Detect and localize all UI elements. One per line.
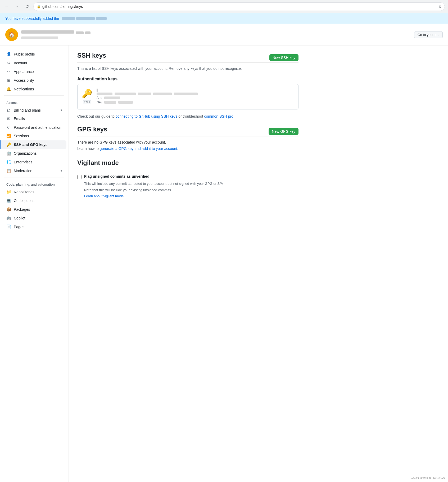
sidebar-pages[interactable]: 📄 Pages: [2, 223, 66, 231]
sidebar-item-label: Accessibility: [14, 78, 62, 82]
fp-part4: [153, 93, 172, 95]
sidebar-item-label: Emails: [14, 117, 62, 121]
sidebar-enterprises[interactable]: 🌐 Enterprises: [2, 158, 66, 166]
sidebar-emails[interactable]: ✉ Emails: [2, 114, 66, 123]
sidebar-item-label: Moderation: [14, 169, 58, 173]
main-layout: 👤 Public profile ⚙ Account ✏ Appearance …: [0, 45, 448, 482]
user-header: 🏠 Go to your p...: [0, 24, 448, 45]
ssh-help-text: Check out our guide to connecting to Git…: [77, 114, 298, 119]
gpg-empty-text: There are no GPG keys associated with yo…: [77, 140, 298, 144]
sidebar-repositories[interactable]: 📁 Repositories: [2, 188, 66, 196]
mail-icon: ✉: [6, 116, 11, 121]
flag-desc2: Note that this will include your existin…: [84, 187, 298, 193]
shield-icon: 🛡: [6, 125, 11, 130]
org-icon: 🏢: [6, 151, 11, 156]
chevron-down-icon: ▾: [61, 169, 62, 173]
sidebar-organizations[interactable]: 🏢 Organizations: [2, 149, 66, 158]
accessibility-icon: ⊞: [6, 78, 11, 83]
sidebar-item-label: Notifications: [14, 87, 62, 91]
access-section-label: Access: [0, 98, 69, 106]
key-details: Add Nev: [97, 89, 294, 105]
browser-chrome: ← → ↺ 🔒 github.com/settings/keys ⧉: [0, 0, 448, 13]
vigilant-mode-heading: Vigilant mode: [77, 159, 298, 170]
sidebar-moderation[interactable]: 📋 Moderation ▾: [2, 167, 66, 175]
back-button[interactable]: ←: [3, 3, 11, 10]
billing-icon: 🗂: [6, 108, 11, 112]
sidebar-password-auth[interactable]: 🛡 Password and authentication: [2, 123, 66, 131]
vigilant-mode-section: Vigilant mode Flag unsigned commits as u…: [77, 159, 298, 199]
chevron-down-icon: ▾: [61, 108, 62, 112]
fp-part1: [97, 93, 112, 95]
address-bar[interactable]: 🔒 github.com/settings/keys ⧉: [33, 2, 445, 11]
new-ssh-key-button[interactable]: New SSH key: [269, 54, 298, 61]
success-banner: You have successfully added the: [0, 13, 448, 24]
never-label: Nev: [97, 100, 102, 104]
user-sub-blurred: [21, 36, 58, 39]
sidebar-personal-profile[interactable]: 👤 Public profile: [2, 50, 66, 58]
ssh-badge: SSH: [83, 100, 92, 104]
sidebar-item-label: Organizations: [14, 151, 62, 155]
gpg-keys-section: GPG keys New GPG key There are no GPG ke…: [77, 126, 298, 151]
sidebar-billing[interactable]: 🗂 Billing and plans ▾: [2, 106, 66, 114]
fp-part5: [174, 93, 198, 95]
key-added-row: Add: [97, 96, 294, 100]
watermark: CSDN @weixin_43415927: [411, 476, 445, 479]
copilot-icon: 🤖: [6, 216, 11, 221]
avatar: 🏠: [5, 28, 18, 41]
key-title-row: [97, 89, 294, 92]
sidebar-item-label: Codespaces: [14, 199, 62, 203]
user-icon: 👤: [6, 52, 11, 57]
refresh-button[interactable]: ↺: [23, 3, 31, 10]
gpg-learn-text: Learn how to generate a GPG key and add …: [77, 146, 298, 151]
common-ssh-link[interactable]: common SSH pro...: [204, 114, 236, 118]
sidebar-item-label: Enterprises: [14, 160, 62, 164]
goto-profile-button[interactable]: Go to your p...: [414, 31, 443, 38]
sidebar-packages[interactable]: 📦 Packages: [2, 205, 66, 214]
sidebar-copilot[interactable]: 🤖 Copilot: [2, 214, 66, 222]
fp-part3: [138, 93, 151, 95]
key-never-row: Nev: [97, 100, 294, 104]
sidebar-accessibility[interactable]: ⊞ Accessibility: [2, 76, 66, 85]
sidebar-sessions[interactable]: 📶 Sessions: [2, 132, 66, 140]
key-fingerprint-row: [97, 93, 294, 95]
paintbrush-icon: ✏: [6, 69, 11, 74]
repo-icon: 📁: [6, 190, 11, 194]
gear-icon: ⚙: [6, 61, 11, 65]
tab-icon: ⧉: [439, 5, 441, 8]
sidebar-account[interactable]: ⚙ Account: [2, 59, 66, 67]
gpg-learn-link[interactable]: generate a GPG key and add it to your ac…: [100, 146, 178, 151]
moderation-icon: 📋: [6, 168, 11, 173]
globe-icon: 🌐: [6, 160, 11, 164]
new-gpg-key-button[interactable]: New GPG key: [269, 128, 298, 135]
sidebar-item-label: Password and authentication: [14, 125, 62, 130]
flag-desc1: This will include any commit attributed …: [84, 181, 298, 186]
sidebar-ssh-gpg-keys[interactable]: 🔑 SSH and GPG keys: [0, 140, 66, 149]
sidebar-item-label: Repositories: [14, 190, 62, 194]
sidebar-codespaces[interactable]: 💻 Codespaces: [2, 196, 66, 205]
fp-part2: [115, 93, 136, 95]
packages-icon: 📦: [6, 207, 11, 212]
sidebar-divider-2: [4, 177, 64, 177]
vigilant-learn-link[interactable]: Learn about vigilant mode.: [84, 194, 125, 198]
ssh-keys-heading: SSH keys: [77, 52, 298, 63]
bell-icon: 🔔: [6, 87, 11, 91]
added-label: Add: [97, 96, 102, 100]
sidebar-item-label: SSH and GPG keys: [14, 143, 62, 147]
forward-button[interactable]: →: [13, 3, 21, 10]
sidebar: 👤 Public profile ⚙ Account ✏ Appearance …: [0, 45, 69, 482]
ssh-desc: This is a list of SSH keys associated wi…: [77, 66, 298, 71]
sidebar-divider: [4, 95, 64, 96]
flag-unsigned-row: Flag unsigned commits as unverified: [77, 174, 298, 179]
sidebar-item-label: Sessions: [14, 134, 62, 138]
user-info: [21, 30, 411, 39]
sidebar-notifications[interactable]: 🔔 Notifications: [2, 85, 66, 93]
sidebar-item-label: Appearance: [14, 70, 62, 74]
main-content: SSH keys New SSH key This is a list of S…: [69, 45, 307, 482]
added-date: [104, 97, 120, 99]
ssh-guide-link[interactable]: connecting to GitHub using SSH keys: [116, 114, 177, 118]
codespaces-icon: 💻: [6, 198, 11, 203]
flag-unsigned-checkbox[interactable]: [77, 175, 82, 179]
pages-icon: 📄: [6, 224, 11, 229]
sidebar-appearance[interactable]: ✏ Appearance: [2, 67, 66, 76]
ssh-keys-section: SSH keys New SSH key This is a list of S…: [77, 52, 298, 119]
